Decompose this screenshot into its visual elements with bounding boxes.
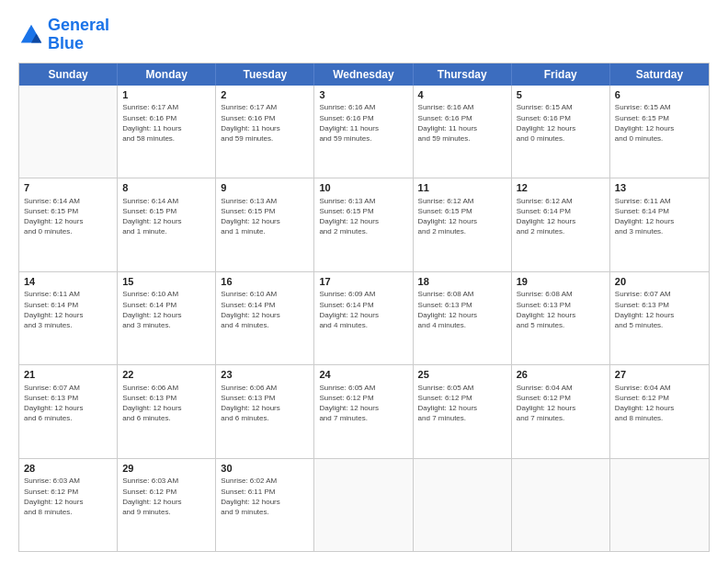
day-number: 8 — [122, 181, 210, 195]
day-info: Sunrise: 6:14 AM Sunset: 6:15 PM Dayligh… — [24, 196, 112, 237]
day-info: Sunrise: 6:05 AM Sunset: 6:12 PM Dayligh… — [418, 383, 506, 424]
calendar-cell: 5Sunrise: 6:15 AM Sunset: 6:16 PM Daylig… — [512, 86, 610, 178]
calendar-row: 28Sunrise: 6:03 AM Sunset: 6:12 PM Dayli… — [19, 458, 709, 551]
day-info: Sunrise: 6:04 AM Sunset: 6:12 PM Dayligh… — [615, 383, 704, 424]
calendar-cell: 19Sunrise: 6:08 AM Sunset: 6:13 PM Dayli… — [512, 272, 610, 364]
calendar-cell: 18Sunrise: 6:08 AM Sunset: 6:13 PM Dayli… — [414, 272, 512, 364]
calendar-cell: 30Sunrise: 6:02 AM Sunset: 6:11 PM Dayli… — [216, 459, 314, 551]
calendar-header-day: Friday — [512, 63, 610, 86]
day-number: 21 — [24, 368, 112, 382]
day-number: 6 — [615, 88, 704, 102]
calendar-cell: 25Sunrise: 6:05 AM Sunset: 6:12 PM Dayli… — [414, 365, 512, 457]
calendar-body: 1Sunrise: 6:17 AM Sunset: 6:16 PM Daylig… — [19, 86, 709, 551]
day-number: 15 — [122, 275, 210, 289]
calendar-header-day: Tuesday — [216, 63, 314, 86]
calendar-header-day: Wednesday — [314, 63, 413, 86]
day-number: 22 — [122, 368, 210, 382]
day-info: Sunrise: 6:17 AM Sunset: 6:16 PM Dayligh… — [122, 102, 210, 144]
calendar-row: 14Sunrise: 6:11 AM Sunset: 6:14 PM Dayli… — [19, 271, 709, 364]
calendar-header: SundayMondayTuesdayWednesdayThursdayFrid… — [19, 63, 709, 86]
day-number: 28 — [24, 462, 112, 476]
day-number: 17 — [319, 275, 407, 289]
calendar-cell: 23Sunrise: 6:06 AM Sunset: 6:13 PM Dayli… — [216, 365, 314, 457]
day-number: 27 — [615, 368, 704, 382]
calendar-cell — [512, 459, 610, 551]
day-info: Sunrise: 6:16 AM Sunset: 6:16 PM Dayligh… — [319, 102, 407, 144]
day-info: Sunrise: 6:12 AM Sunset: 6:15 PM Dayligh… — [418, 196, 506, 237]
day-info: Sunrise: 6:06 AM Sunset: 6:13 PM Dayligh… — [122, 383, 210, 424]
calendar-cell: 26Sunrise: 6:04 AM Sunset: 6:12 PM Dayli… — [512, 365, 610, 457]
day-info: Sunrise: 6:11 AM Sunset: 6:14 PM Dayligh… — [24, 289, 112, 330]
day-info: Sunrise: 6:03 AM Sunset: 6:12 PM Dayligh… — [24, 476, 112, 517]
day-number: 11 — [418, 181, 506, 195]
day-number: 18 — [418, 275, 506, 289]
day-info: Sunrise: 6:13 AM Sunset: 6:15 PM Dayligh… — [319, 196, 407, 237]
day-number: 23 — [221, 368, 309, 382]
logo-text: General Blue — [48, 17, 109, 53]
day-number: 26 — [517, 368, 605, 382]
day-number: 3 — [319, 88, 407, 102]
calendar-header-day: Sunday — [19, 63, 118, 86]
calendar-cell: 16Sunrise: 6:10 AM Sunset: 6:14 PM Dayli… — [216, 272, 314, 364]
day-number: 24 — [319, 368, 407, 382]
calendar-cell: 8Sunrise: 6:14 AM Sunset: 6:15 PM Daylig… — [118, 178, 216, 270]
calendar: SundayMondayTuesdayWednesdayThursdayFrid… — [18, 63, 710, 552]
day-number: 7 — [24, 181, 112, 195]
calendar-cell — [414, 459, 512, 551]
calendar-cell — [314, 459, 413, 551]
calendar-cell: 11Sunrise: 6:12 AM Sunset: 6:15 PM Dayli… — [414, 178, 512, 270]
day-number: 10 — [319, 181, 407, 195]
calendar-cell — [19, 86, 118, 178]
calendar-header-day: Thursday — [414, 63, 512, 86]
calendar-row: 1Sunrise: 6:17 AM Sunset: 6:16 PM Daylig… — [19, 86, 709, 178]
calendar-cell: 6Sunrise: 6:15 AM Sunset: 6:15 PM Daylig… — [610, 86, 709, 178]
day-number: 14 — [24, 275, 112, 289]
calendar-cell: 29Sunrise: 6:03 AM Sunset: 6:12 PM Dayli… — [118, 459, 216, 551]
day-info: Sunrise: 6:17 AM Sunset: 6:16 PM Dayligh… — [221, 102, 309, 144]
day-info: Sunrise: 6:03 AM Sunset: 6:12 PM Dayligh… — [122, 476, 210, 517]
day-info: Sunrise: 6:07 AM Sunset: 6:13 PM Dayligh… — [24, 383, 112, 424]
day-info: Sunrise: 6:16 AM Sunset: 6:16 PM Dayligh… — [418, 102, 506, 144]
calendar-header-day: Monday — [118, 63, 216, 86]
calendar-cell: 15Sunrise: 6:10 AM Sunset: 6:14 PM Dayli… — [118, 272, 216, 364]
page: General Blue SundayMondayTuesdayWednesda… — [0, 0, 728, 563]
calendar-cell: 1Sunrise: 6:17 AM Sunset: 6:16 PM Daylig… — [118, 86, 216, 178]
calendar-cell: 13Sunrise: 6:11 AM Sunset: 6:14 PM Dayli… — [610, 178, 709, 270]
day-number: 19 — [517, 275, 605, 289]
day-info: Sunrise: 6:05 AM Sunset: 6:12 PM Dayligh… — [319, 383, 407, 424]
day-number: 9 — [221, 181, 309, 195]
calendar-cell: 21Sunrise: 6:07 AM Sunset: 6:13 PM Dayli… — [19, 365, 118, 457]
day-number: 12 — [517, 181, 605, 195]
day-number: 1 — [122, 88, 210, 102]
calendar-cell: 3Sunrise: 6:16 AM Sunset: 6:16 PM Daylig… — [314, 86, 413, 178]
calendar-cell: 28Sunrise: 6:03 AM Sunset: 6:12 PM Dayli… — [19, 459, 118, 551]
day-info: Sunrise: 6:04 AM Sunset: 6:12 PM Dayligh… — [517, 383, 605, 424]
calendar-cell: 27Sunrise: 6:04 AM Sunset: 6:12 PM Dayli… — [610, 365, 709, 457]
day-number: 30 — [221, 462, 309, 476]
day-number: 29 — [122, 462, 210, 476]
calendar-cell: 14Sunrise: 6:11 AM Sunset: 6:14 PM Dayli… — [19, 272, 118, 364]
day-number: 25 — [418, 368, 506, 382]
day-info: Sunrise: 6:12 AM Sunset: 6:14 PM Dayligh… — [517, 196, 605, 237]
day-info: Sunrise: 6:11 AM Sunset: 6:14 PM Dayligh… — [615, 196, 704, 237]
calendar-cell: 7Sunrise: 6:14 AM Sunset: 6:15 PM Daylig… — [19, 178, 118, 270]
day-info: Sunrise: 6:09 AM Sunset: 6:14 PM Dayligh… — [319, 289, 407, 330]
day-number: 20 — [615, 275, 704, 289]
day-number: 2 — [221, 88, 309, 102]
day-info: Sunrise: 6:15 AM Sunset: 6:15 PM Dayligh… — [615, 102, 704, 144]
calendar-header-day: Saturday — [610, 63, 709, 86]
day-number: 5 — [517, 88, 605, 102]
day-info: Sunrise: 6:15 AM Sunset: 6:16 PM Dayligh… — [517, 102, 605, 144]
day-info: Sunrise: 6:10 AM Sunset: 6:14 PM Dayligh… — [221, 289, 309, 330]
calendar-cell: 24Sunrise: 6:05 AM Sunset: 6:12 PM Dayli… — [314, 365, 413, 457]
logo-icon — [18, 22, 44, 48]
calendar-cell: 10Sunrise: 6:13 AM Sunset: 6:15 PM Dayli… — [314, 178, 413, 270]
day-info: Sunrise: 6:10 AM Sunset: 6:14 PM Dayligh… — [122, 289, 210, 330]
day-info: Sunrise: 6:06 AM Sunset: 6:13 PM Dayligh… — [221, 383, 309, 424]
calendar-cell: 4Sunrise: 6:16 AM Sunset: 6:16 PM Daylig… — [414, 86, 512, 178]
header: General Blue — [18, 17, 710, 53]
calendar-cell: 20Sunrise: 6:07 AM Sunset: 6:13 PM Dayli… — [610, 272, 709, 364]
calendar-row: 7Sunrise: 6:14 AM Sunset: 6:15 PM Daylig… — [19, 178, 709, 270]
calendar-cell: 2Sunrise: 6:17 AM Sunset: 6:16 PM Daylig… — [216, 86, 314, 178]
calendar-cell: 12Sunrise: 6:12 AM Sunset: 6:14 PM Dayli… — [512, 178, 610, 270]
